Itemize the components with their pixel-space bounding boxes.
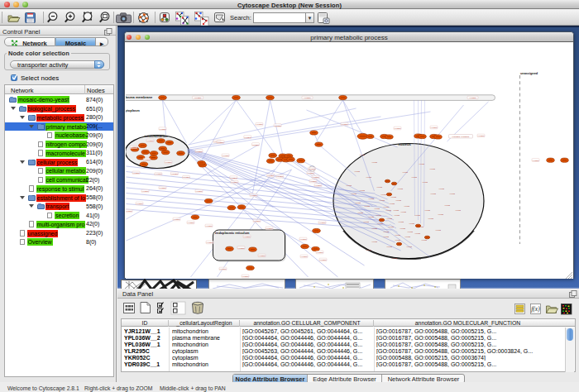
svg-text:Yxx12W: Yxx12W: [136, 203, 143, 204]
svg-text:Yxx12: Yxx12: [376, 214, 381, 217]
svg-text:Yxx12W: Yxx12W: [159, 128, 166, 130]
svg-text:Yxx12W: Yxx12W: [276, 175, 284, 177]
svg-text:Yxx12: Yxx12: [409, 222, 414, 225]
svg-text:mitochondrion: mitochondrion: [145, 134, 169, 138]
svg-text:endoplasmic reticulum: endoplasmic reticulum: [215, 232, 250, 235]
svg-text:Yxx12W: Yxx12W: [299, 238, 307, 240]
svg-text:Yxx12: Yxx12: [388, 226, 394, 228]
svg-text:Yxx12W: Yxx12W: [274, 125, 281, 127]
svg-text:f(x): f(x): [531, 305, 540, 313]
svg-text:Yxx12: Yxx12: [391, 257, 397, 260]
svg-text:Yxx12: Yxx12: [419, 163, 424, 165]
svg-text:Yxx12: Yxx12: [393, 209, 399, 212]
svg-text:Yxx12: Yxx12: [368, 198, 374, 200]
svg-text:Yxx12W: Yxx12W: [312, 176, 319, 178]
svg-text:Yxx12: Yxx12: [395, 234, 400, 237]
svg-text:Yxx12: Yxx12: [374, 208, 380, 210]
svg-text:Yxx12W: Yxx12W: [309, 180, 317, 182]
svg-text:Yxx12: Yxx12: [438, 188, 444, 190]
svg-text:Yxx12: Yxx12: [383, 206, 389, 208]
svg-text:Yxx12W: Yxx12W: [253, 220, 261, 222]
svg-text:Yxx12W: Yxx12W: [231, 181, 238, 183]
svg-text:Yxx12W: Yxx12W: [187, 222, 194, 223]
svg-text:Yxx12: Yxx12: [383, 236, 389, 238]
svg-text:Yxx12: Yxx12: [346, 184, 352, 187]
svg-text:Yxx12W: Yxx12W: [318, 222, 326, 223]
svg-text:Yxx12W: Yxx12W: [143, 159, 151, 160]
svg-text:Yxx12W: Yxx12W: [430, 127, 438, 128]
svg-text:Yxx12: Yxx12: [385, 209, 391, 212]
svg-text:Yxx12W: Yxx12W: [165, 161, 172, 163]
svg-text:Yxx12: Yxx12: [355, 202, 361, 204]
svg-text:Yxx12W: Yxx12W: [307, 172, 314, 174]
svg-text:Yxx12: Yxx12: [377, 222, 383, 225]
svg-text:Yxx12: Yxx12: [428, 218, 433, 220]
svg-text:Yxx12W: Yxx12W: [217, 141, 224, 143]
svg-text:Yxx12W: Yxx12W: [314, 184, 322, 186]
svg-text:Yxx12W: Yxx12W: [159, 187, 166, 189]
svg-text:Yxx12W: Yxx12W: [206, 241, 213, 243]
svg-text:Yxx12: Yxx12: [398, 221, 404, 223]
svg-text:Yxx12W: Yxx12W: [130, 146, 137, 148]
svg-text:Yxx12: Yxx12: [395, 239, 400, 241]
svg-text:Yxx12W: Yxx12W: [155, 173, 162, 174]
svg-text:Yxx12: Yxx12: [389, 203, 395, 205]
svg-text:Yxx12W: Yxx12W: [183, 176, 190, 178]
svg-text:Yxx12W: Yxx12W: [319, 259, 327, 261]
svg-text:Yxx12W: Yxx12W: [171, 173, 179, 174]
svg-text:Yxx12: Yxx12: [363, 221, 369, 223]
svg-text:Yxx12: Yxx12: [414, 214, 420, 217]
svg-text:Yxx12: Yxx12: [359, 154, 365, 156]
svg-text:Yxx12W: Yxx12W: [267, 174, 275, 176]
svg-text:Yxx12W: Yxx12W: [195, 190, 203, 192]
svg-text:Yxx12W: Yxx12W: [266, 227, 273, 229]
svg-text:Yxx12: Yxx12: [438, 213, 443, 216]
svg-text:Yxx12: Yxx12: [376, 186, 382, 189]
svg-text:Yxx12: Yxx12: [386, 218, 392, 220]
svg-text:Yxx12W: Yxx12W: [205, 225, 213, 227]
svg-text:Yxx12W: Yxx12W: [126, 210, 133, 212]
svg-text:Yxx12: Yxx12: [371, 241, 377, 243]
svg-text:plasma membrane: plasma membrane: [126, 95, 153, 99]
svg-text:Yxx12: Yxx12: [379, 199, 385, 202]
svg-text:YxR052C YLR295C: YxR052C YLR295C: [452, 136, 469, 138]
svg-text:Yxx12: Yxx12: [435, 229, 441, 232]
svg-text:Yxx12W: Yxx12W: [194, 97, 202, 98]
svg-text:Yxx12: Yxx12: [395, 199, 401, 202]
svg-text:Yxx12W: Yxx12W: [304, 97, 311, 98]
svg-text:Yxx12: Yxx12: [407, 231, 413, 233]
svg-text:Yxx12W: Yxx12W: [219, 268, 227, 270]
svg-text:Yxx12W: Yxx12W: [250, 194, 257, 196]
svg-text:Yxx12: Yxx12: [380, 194, 386, 196]
svg-text:Yxx12: Yxx12: [354, 170, 360, 173]
svg-text:Yxx12W: Yxx12W: [237, 247, 245, 249]
svg-text:Yxx12: Yxx12: [455, 209, 461, 212]
svg-text:Yxx12W: Yxx12W: [394, 127, 401, 129]
svg-text:Yxx12: Yxx12: [444, 204, 450, 207]
svg-text:Yxx12W: Yxx12W: [230, 177, 237, 179]
svg-text:Yxx12: Yxx12: [402, 171, 408, 174]
svg-text:Yxx12W: Yxx12W: [243, 236, 251, 237]
svg-text:Yxx12: Yxx12: [366, 249, 371, 251]
svg-text:Yxx12: Yxx12: [386, 246, 392, 248]
svg-text:Yxx12: Yxx12: [397, 188, 403, 190]
svg-text:Yxx12: Yxx12: [400, 211, 406, 213]
svg-text:Yxx12W: Yxx12W: [256, 123, 263, 125]
svg-text:Yxx12W: Yxx12W: [242, 275, 249, 277]
svg-text:Yxx12W: Yxx12W: [132, 172, 140, 174]
svg-text:Yxx12: Yxx12: [404, 236, 410, 238]
svg-text:Yxx12: Yxx12: [429, 168, 435, 170]
svg-text:Yxx12W: Yxx12W: [252, 144, 260, 146]
svg-text:Yxx12: Yxx12: [351, 193, 356, 195]
svg-text:Yxx12: Yxx12: [366, 176, 371, 179]
svg-text:Yxx12W: Yxx12W: [146, 140, 154, 141]
svg-text:Yxx12W: Yxx12W: [309, 168, 316, 170]
svg-text:Yxx12W: Yxx12W: [141, 190, 149, 192]
svg-text:Yxx12: Yxx12: [406, 246, 412, 248]
svg-text:Yxx12W: Yxx12W: [173, 218, 180, 220]
svg-text:Yxx12W: Yxx12W: [469, 97, 476, 98]
svg-text:Yxx12W: Yxx12W: [477, 135, 485, 136]
svg-text:Yxx12: Yxx12: [422, 181, 428, 184]
svg-text:Yxx12: Yxx12: [371, 227, 377, 230]
svg-text:Yxx12: Yxx12: [359, 189, 365, 192]
